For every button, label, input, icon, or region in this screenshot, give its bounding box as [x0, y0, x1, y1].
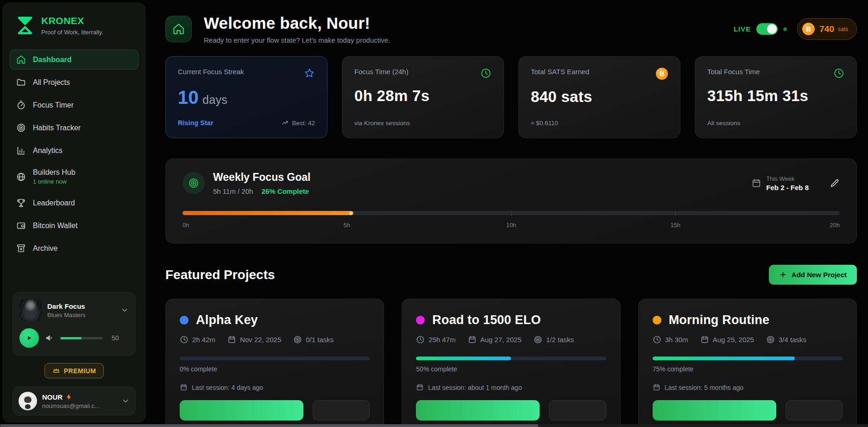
start-session-button[interactable] [180, 400, 303, 421]
premium-badge[interactable]: PREMIUM [44, 363, 104, 378]
volume-slider[interactable] [60, 337, 103, 339]
timer-icon [16, 100, 26, 110]
sidebar-item-bitcoin-wallet[interactable]: Bitcoin Wallet [10, 216, 138, 236]
play-icon [25, 334, 33, 342]
project-last-session: Last session: 4 days ago [192, 384, 263, 391]
sidebar-item-label: Leaderboard [33, 199, 75, 207]
project-secondary-button[interactable] [313, 400, 370, 421]
clock-icon [416, 335, 425, 344]
app-name: KRONEX [41, 15, 103, 26]
sidebar-item-label: Focus Timer [33, 101, 74, 109]
calendar-icon [700, 335, 709, 344]
wallet-icon [16, 221, 26, 230]
music-player: Dark Focus Blues Masters 50 [13, 292, 136, 356]
play-button[interactable] [19, 328, 39, 348]
goal-percent-text: 26% Complete [262, 187, 309, 195]
folder-icon [16, 77, 26, 87]
stat-value: 840 sats [531, 88, 668, 106]
avatar [19, 392, 37, 410]
sidebar-item-habits-tracker[interactable]: Habits Tracker [10, 118, 138, 138]
project-secondary-button[interactable] [549, 400, 606, 421]
project-secondary-button[interactable] [786, 400, 843, 421]
bar-chart-icon [16, 146, 26, 155]
sidebar-item-dashboard[interactable]: Dashboard [10, 50, 138, 70]
stat-value: 10 [178, 87, 199, 108]
sidebar-item-label: Archive [33, 244, 57, 253]
live-status-dot [783, 27, 787, 31]
project-date: Nov 22, 2025 [240, 336, 281, 344]
projects-grid: Alpha Key 2h 42m Nov 22, 2025 0/1 tasks … [165, 299, 857, 427]
project-name: Alpha Key [196, 313, 258, 327]
project-progress-bar [180, 357, 370, 360]
tick-label: 5h [344, 222, 350, 229]
start-session-button[interactable] [653, 400, 776, 421]
sidebar-item-analytics[interactable]: Analytics [10, 140, 138, 160]
crown-icon [52, 367, 60, 375]
target-icon [534, 335, 542, 344]
project-progress-bar [416, 357, 606, 360]
chevron-down-icon[interactable] [121, 397, 130, 405]
user-name: NOUR [42, 393, 63, 401]
project-tasks: 0/1 tasks [306, 336, 333, 344]
project-time: 25h 47m [428, 336, 455, 344]
sidebar-item-all-projects[interactable]: All Projects [10, 72, 138, 92]
hourglass-logo-icon [15, 15, 35, 36]
sats-balance-badge[interactable]: B 740 sats [797, 18, 857, 40]
calendar-icon [653, 383, 660, 391]
weekly-goal-card: Weekly Focus Goal 5h 11m / 20h 26% Compl… [165, 159, 857, 243]
clock-icon [180, 335, 189, 344]
calendar-icon [227, 335, 236, 344]
start-session-button[interactable] [416, 400, 540, 421]
sidebar-nav: Dashboard All Projects Focus Timer Habit… [10, 50, 138, 258]
bitcoin-icon: B [656, 68, 668, 80]
stat-label: Total Focus Time [707, 68, 760, 76]
stat-card-total-focus-time: Total Focus Time 315h 15m 31s All sessio… [695, 56, 857, 138]
home-icon [16, 55, 26, 64]
week-selector: This Week Feb 2 - Feb 8 [751, 175, 809, 191]
tick-label: 20h [830, 222, 840, 229]
sidebar-item-label: Builders Hub [33, 168, 75, 177]
horizontal-scrollbar[interactable] [0, 424, 868, 427]
goal-title: Weekly Focus Goal [213, 171, 310, 184]
chevron-down-icon[interactable] [120, 306, 129, 314]
user-email: nourrouas@gmail.c... [42, 402, 116, 409]
project-time: 3h 30m [665, 336, 688, 344]
stat-label: Current Focus Streak [178, 68, 244, 76]
trophy-icon [16, 198, 26, 208]
project-name: Road to 1500 ELO [432, 313, 541, 327]
goal-progress-bar [182, 211, 840, 215]
sidebar-item-builders-hub[interactable]: Builders Hub 1 online now [10, 163, 138, 190]
star-icon [304, 68, 315, 79]
sidebar: KRONEX Proof of Work, literrally. Dashbo… [3, 3, 145, 422]
clock-icon [480, 68, 491, 79]
edit-goal-button[interactable] [830, 178, 840, 188]
home-icon [172, 23, 185, 35]
calendar-icon [180, 383, 188, 391]
project-card-road-to-1500-elo: Road to 1500 ELO 25h 47m Aug 27, 2025 1/… [402, 299, 620, 427]
streak-rank: Rising Star [178, 119, 214, 127]
featured-projects-title: Featured Projects [165, 268, 275, 282]
sidebar-item-focus-timer[interactable]: Focus Timer [10, 95, 138, 115]
project-date: Aug 25, 2025 [713, 336, 754, 344]
premium-label: PREMIUM [64, 367, 96, 375]
project-color-dot [416, 316, 425, 325]
scrollbar-thumb[interactable] [0, 424, 538, 427]
stat-value: 315h 15m 31s [707, 87, 844, 105]
volume-value: 50 [112, 334, 119, 342]
live-toggle[interactable] [756, 23, 778, 35]
project-percent: 50% complete [416, 365, 606, 373]
stat-footnote: All sessions [707, 120, 740, 127]
bitcoin-icon: B [802, 23, 815, 35]
add-new-project-button[interactable]: Add New Project [769, 265, 857, 285]
stat-footnote: ≈ $0.6110 [531, 120, 558, 127]
sidebar-item-leaderboard[interactable]: Leaderboard [10, 193, 138, 213]
plus-icon [779, 271, 787, 279]
volume-icon [45, 333, 54, 343]
sidebar-item-archive[interactable]: Archive [10, 238, 138, 258]
stat-card-sats-earned: Total SATS Earned B 840 sats ≈ $0.6110 [518, 56, 680, 138]
user-menu[interactable]: NOUR nourrouas@gmail.c... [13, 387, 136, 415]
stat-value-suffix: days [202, 93, 227, 106]
tick-label: 0h [182, 222, 189, 229]
stat-label: Total SATS Earned [531, 68, 589, 76]
page-subtitle: Ready to enter your flow state? Let's ma… [204, 36, 390, 44]
